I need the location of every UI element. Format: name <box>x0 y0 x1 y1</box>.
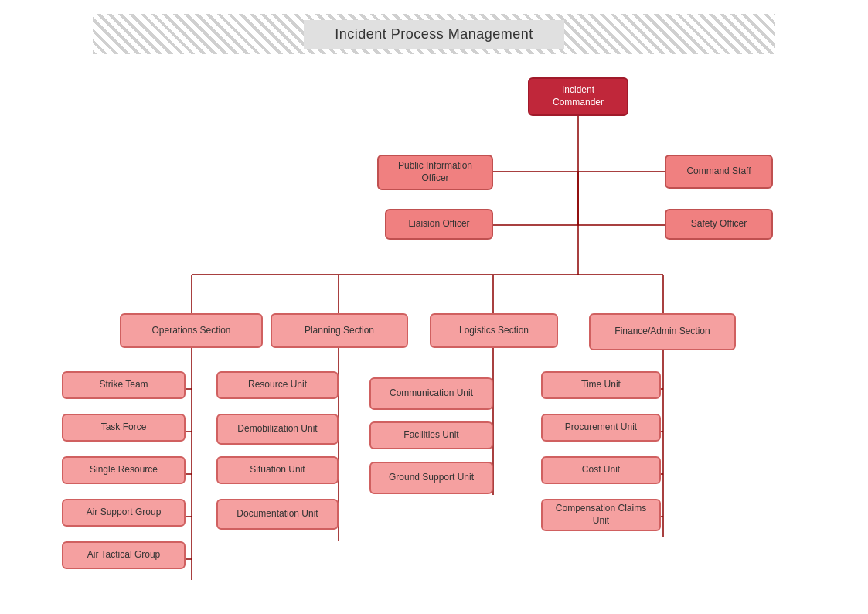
situation-unit-node[interactable]: Situation Unit <box>216 456 339 484</box>
documentation-unit-node[interactable]: Documentation Unit <box>216 499 339 530</box>
title-bar: Incident Process Management <box>93 14 775 54</box>
ground-support-unit-node[interactable]: Ground Support Unit <box>369 462 493 494</box>
air-support-group-node[interactable]: Air Support Group <box>62 499 186 527</box>
air-tactical-group-node[interactable]: Air Tactical Group <box>62 541 186 569</box>
planning-section-node[interactable]: Planning Section <box>271 313 408 348</box>
demobilization-unit-node[interactable]: Demobilization Unit <box>216 414 339 445</box>
safety-officer-node[interactable]: Safety Officer <box>665 209 773 240</box>
strike-team-node[interactable]: Strike Team <box>62 371 186 399</box>
single-resource-node[interactable]: Single Resource <box>62 456 186 484</box>
operations-section-node[interactable]: Operations Section <box>120 313 263 348</box>
public-info-officer-node[interactable]: Public Information Officer <box>377 155 493 190</box>
resource-unit-node[interactable]: Resource Unit <box>216 371 339 399</box>
command-staff-node[interactable]: Command Staff <box>665 155 773 189</box>
communication-unit-node[interactable]: Communication Unit <box>369 377 493 410</box>
page-title: Incident Process Management <box>304 20 564 49</box>
task-force-node[interactable]: Task Force <box>62 414 186 442</box>
logistics-section-node[interactable]: Logistics Section <box>430 313 558 348</box>
cost-unit-node[interactable]: Cost Unit <box>541 456 661 484</box>
time-unit-node[interactable]: Time Unit <box>541 371 661 399</box>
incident-commander-node[interactable]: Incident Commander <box>528 77 628 116</box>
procurement-unit-node[interactable]: Procurement Unit <box>541 414 661 442</box>
finance-admin-section-node[interactable]: Finance/Admin Section <box>589 313 736 350</box>
compensation-claims-unit-node[interactable]: Compensation Claims Unit <box>541 499 661 531</box>
liaision-officer-node[interactable]: Liaision Officer <box>385 209 493 240</box>
facilities-unit-node[interactable]: Facilities Unit <box>369 421 493 449</box>
